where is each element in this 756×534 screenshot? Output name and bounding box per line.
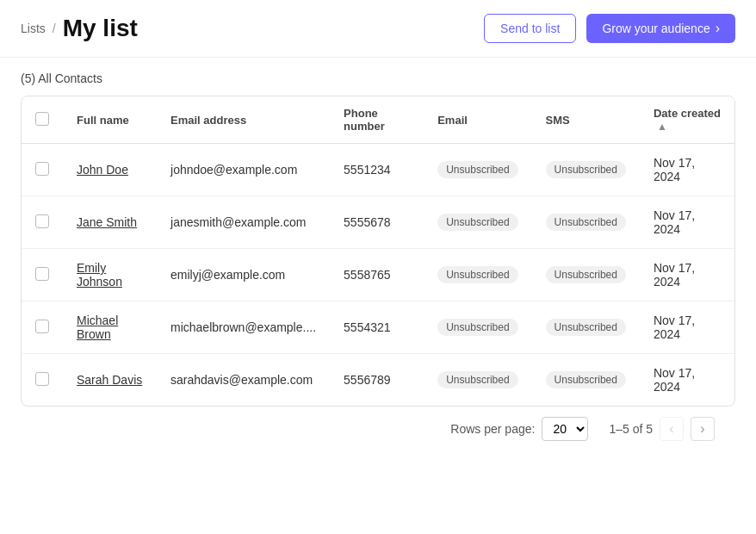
row-sms-status-cell: Unsubscribed [532,354,640,407]
row-sms-status-cell: Unsubscribed [532,144,640,196]
row-email-cell: johndoe@example.com [157,144,330,196]
row-email-status-cell: Unsubscribed [424,196,531,249]
row-checkbox[interactable] [35,372,49,386]
sms-status-badge: Unsubscribed [546,266,626,283]
row-email-cell: sarahdavis@example.com [157,354,330,407]
header-actions: Send to list Grow your audience › [484,14,735,43]
email-status-badge: Unsubscribed [437,214,517,231]
row-checkbox-cell [22,144,63,196]
row-email-cell: michaelbrown@example.... [157,301,330,354]
rows-per-page-select[interactable]: 20 5 10 50 [542,417,588,441]
email-status-badge: Unsubscribed [437,266,517,283]
row-date-cell: Nov 17, 2024 [640,354,734,407]
row-email-cell: emilyj@example.com [157,249,330,301]
table-row: Emily Johnson emilyj@example.com 5558765… [22,249,734,301]
checkbox-header-col [22,96,63,144]
table-footer: Rows per page: 20 5 10 50 1–5 of 5 ‹ › [21,407,735,451]
row-checkbox[interactable] [35,320,49,333]
col-sms: SMS [532,96,640,144]
breadcrumb-lists[interactable]: Lists [21,22,46,35]
sms-status-badge: Unsubscribed [546,161,626,178]
table-header-row: Full name Email address Phone number Ema… [22,96,734,144]
row-email-cell: janesmith@example.com [157,196,330,249]
rows-per-page-control: Rows per page: 20 5 10 50 [450,417,588,441]
sms-status-badge: Unsubscribed [546,214,626,231]
row-checkbox[interactable] [35,162,49,176]
row-phone-cell: 5554321 [330,301,424,354]
contacts-count: (5) All Contacts [21,71,735,85]
row-phone-cell: 5558765 [330,249,424,301]
contact-name-link[interactable]: Emily Johnson [77,261,122,289]
grow-audience-button[interactable]: Grow your audience › [586,14,735,43]
contacts-table-wrapper: Full name Email address Phone number Ema… [21,96,735,407]
row-phone-cell: 5556789 [330,354,424,407]
table-row: Michael Brown michaelbrown@example.... 5… [22,301,734,354]
sms-status-badge: Unsubscribed [546,371,626,388]
send-to-list-button[interactable]: Send to list [484,14,576,43]
row-sms-status-cell: Unsubscribed [532,249,640,301]
select-all-checkbox[interactable] [35,112,49,126]
breadcrumb: Lists / My list [21,15,138,42]
row-checkbox-cell [22,301,63,354]
row-phone-cell: 5551234 [330,144,424,196]
row-sms-status-cell: Unsubscribed [532,301,640,354]
row-date-cell: Nov 17, 2024 [640,196,734,249]
row-date-cell: Nov 17, 2024 [640,144,734,196]
row-name-cell: John Doe [63,144,157,196]
row-sms-status-cell: Unsubscribed [532,196,640,249]
pagination-prev-button[interactable]: ‹ [660,417,684,441]
contacts-table: Full name Email address Phone number Ema… [22,96,734,406]
table-row: John Doe johndoe@example.com 5551234 Uns… [22,144,734,196]
row-email-status-cell: Unsubscribed [424,144,531,196]
rows-per-page-label: Rows per page: [450,422,535,436]
col-full-name: Full name [63,96,157,144]
col-date-created[interactable]: Date created ▲ [640,96,734,144]
sort-icon: ▲ [657,121,667,133]
table-row: Jane Smith janesmith@example.com 5555678… [22,196,734,249]
row-checkbox[interactable] [35,267,49,281]
row-checkbox-cell [22,196,63,249]
contact-name-link[interactable]: Sarah Davis [77,373,142,387]
page-header: Lists / My list Send to list Grow your a… [0,0,756,58]
table-body: John Doe johndoe@example.com 5551234 Uns… [22,144,734,407]
main-content: (5) All Contacts Full name Email address… [0,58,756,465]
col-email: Email [424,96,531,144]
email-status-badge: Unsubscribed [437,371,517,388]
row-checkbox-cell [22,354,63,407]
contact-name-link[interactable]: John Doe [77,163,128,177]
contact-name-link[interactable]: Michael Brown [77,314,118,341]
row-email-status-cell: Unsubscribed [424,249,531,301]
row-name-cell: Emily Johnson [63,249,157,301]
page-title: My list [63,15,138,42]
row-email-status-cell: Unsubscribed [424,354,531,407]
row-date-cell: Nov 17, 2024 [640,249,734,301]
row-phone-cell: 5555678 [330,196,424,249]
pagination-info: 1–5 of 5 [609,422,653,436]
arrow-right-icon: › [716,21,720,36]
pagination-nav: 1–5 of 5 ‹ › [609,417,715,441]
row-name-cell: Michael Brown [63,301,157,354]
col-email-address: Email address [157,96,330,144]
row-checkbox-cell [22,249,63,301]
pagination-next-button[interactable]: › [691,417,715,441]
table-row: Sarah Davis sarahdavis@example.com 55567… [22,354,734,407]
row-name-cell: Jane Smith [63,196,157,249]
row-checkbox[interactable] [35,214,49,228]
row-name-cell: Sarah Davis [63,354,157,407]
contact-name-link[interactable]: Jane Smith [77,215,137,229]
email-status-badge: Unsubscribed [437,319,517,336]
row-email-status-cell: Unsubscribed [424,301,531,354]
email-status-badge: Unsubscribed [437,161,517,178]
sms-status-badge: Unsubscribed [546,319,626,336]
row-date-cell: Nov 17, 2024 [640,301,734,354]
col-phone-number: Phone number [330,96,424,144]
breadcrumb-separator: / [53,22,56,35]
